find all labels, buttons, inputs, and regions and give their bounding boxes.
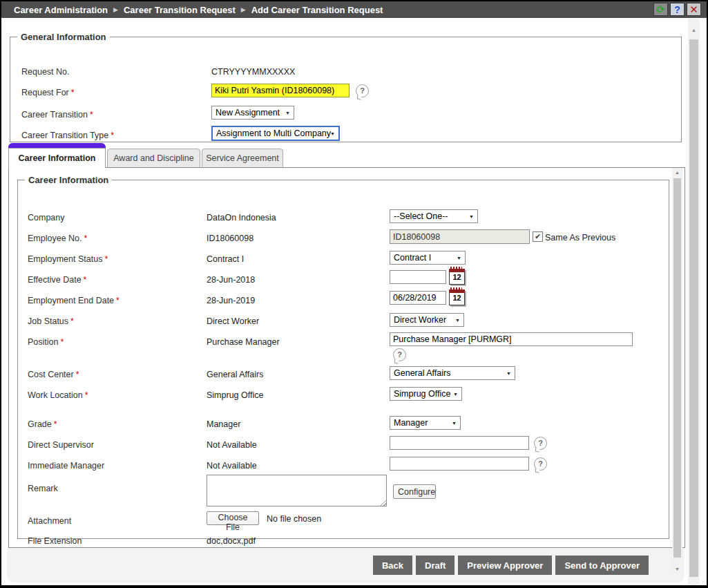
position-help-icon[interactable]: ?: [393, 348, 406, 361]
chevron-down-icon: ▼: [453, 392, 458, 397]
immediate-manager-current-value: Not Available: [207, 461, 257, 471]
direct-supervisor-current-value: Not Available: [207, 440, 257, 450]
cost-center-select[interactable]: General Affairs ▼: [390, 366, 515, 380]
immediate-manager-label: Immediate Manager: [28, 461, 106, 471]
chevron-down-icon: ▼: [452, 421, 457, 426]
direct-supervisor-label: Direct Supervisor: [28, 440, 96, 450]
career-transition-select[interactable]: New Assignment ▼: [211, 106, 294, 120]
chevron-down-icon: ▼: [285, 111, 290, 115]
position-label: Position*: [28, 337, 64, 347]
effective-date-input[interactable]: [390, 270, 446, 284]
same-as-previous-checkbox[interactable]: ✔: [533, 231, 543, 242]
file-extension-value: doc,docx,pdf: [207, 536, 256, 546]
effective-date-current-value: 28-Jun-2018: [207, 275, 255, 285]
chevron-down-icon: ▼: [457, 256, 461, 260]
employee-no-label: Employee No.*: [28, 234, 87, 243]
remark-field-wrap: [207, 475, 387, 506]
employee-no-input: [390, 229, 530, 244]
breadcrumb-separator-icon: ▶: [113, 7, 118, 13]
send-to-approver-button[interactable]: Send to Approver: [555, 556, 649, 575]
effective-date-calendar-icon[interactable]: 12: [449, 269, 465, 285]
scroll-up-icon[interactable]: ▲: [688, 26, 700, 35]
company-label: Company: [28, 213, 67, 222]
general-information-legend: General Information: [17, 32, 110, 42]
panel-scrollbar[interactable]: ▲ ▼: [672, 168, 682, 574]
file-chosen-status: No file chosen: [267, 514, 321, 524]
attachment-label: Attachment: [28, 516, 73, 526]
career-transition-type-label: Career Transition Type*: [21, 131, 114, 140]
employment-status-label: Employment Status*: [28, 254, 108, 264]
employment-end-date-calendar-icon[interactable]: 12: [449, 290, 465, 305]
employment-end-date-current-value: 28-Jun-2019: [207, 296, 255, 305]
header-bar: Career Administration ▶ Career Transitio…: [1, 1, 707, 18]
direct-supervisor-input[interactable]: [390, 436, 529, 450]
career-information-section: Career Information Company DataOn Indone…: [17, 175, 669, 539]
work-location-select[interactable]: Simprug Office ▼: [390, 387, 462, 401]
immediate-manager-help-icon[interactable]: ?: [534, 457, 547, 471]
breadcrumb: Career Administration ▶ Career Transitio…: [1, 5, 383, 15]
request-no-value: CTRYYYYMMXXXXX: [211, 67, 295, 77]
career-information-legend: Career Information: [25, 175, 112, 185]
refresh-icon[interactable]: ⟳: [653, 3, 668, 16]
tab-service-agreement[interactable]: Service Agreement: [202, 149, 283, 168]
general-information-section: General Information Request No. CTRYYYYM…: [10, 32, 682, 142]
career-transition-label: Career Transition*: [21, 110, 93, 120]
cost-center-label: Cost Center*: [28, 370, 79, 379]
grade-current-value: Manager: [207, 419, 240, 429]
company-select[interactable]: --Select One-- ▼: [390, 209, 478, 223]
scroll-up-icon[interactable]: ▲: [672, 168, 682, 178]
position-current-value: Purchase Manager: [207, 337, 280, 347]
help-icon[interactable]: ?: [670, 3, 685, 16]
breadcrumb-item-career-administration[interactable]: Career Administration: [14, 5, 108, 15]
chevron-down-icon: ▼: [506, 371, 511, 376]
work-location-current-value: Simprug Office: [207, 390, 263, 400]
employment-end-date-input[interactable]: [390, 291, 446, 305]
chevron-down-icon: ▼: [469, 214, 474, 219]
back-button[interactable]: Back: [373, 556, 412, 575]
breadcrumb-item-add-career-transition-request: Add Career Transition Request: [251, 5, 383, 15]
chevron-down-icon: ▼: [330, 131, 335, 136]
chevron-down-icon: ▼: [455, 318, 460, 323]
footer-action-bar: Back Draft Preview Approver Send to Appr…: [7, 548, 685, 582]
scroll-down-icon[interactable]: ▼: [672, 565, 682, 574]
request-for-label: Request For*: [21, 88, 75, 97]
page-scrollbar[interactable]: ▲: [688, 19, 700, 585]
grade-label: Grade*: [28, 419, 57, 429]
cost-center-current-value: General Affairs: [207, 370, 263, 379]
employment-status-select[interactable]: Contract I ▼: [390, 251, 466, 265]
job-status-select[interactable]: Direct Worker ▼: [390, 313, 464, 327]
career-transition-window: { "window": { "breadcrumb": ["Career Adm…: [0, 0, 708, 588]
request-for-help-icon[interactable]: ?: [356, 84, 369, 97]
direct-supervisor-help-icon[interactable]: ?: [534, 437, 547, 450]
employment-status-current-value: Contract I: [207, 254, 244, 264]
request-for-input[interactable]: [211, 84, 350, 97]
request-no-label: Request No.: [21, 67, 71, 77]
position-input[interactable]: [390, 332, 633, 346]
company-current-value: DataOn Indonesia: [207, 213, 276, 222]
page-scrollbar-thumb[interactable]: [689, 39, 698, 577]
job-status-current-value: Direct Worker: [207, 316, 259, 326]
choose-file-button[interactable]: Choose File: [207, 511, 259, 525]
grade-select[interactable]: Manager ▼: [390, 416, 461, 430]
effective-date-label: Effective Date*: [28, 275, 86, 285]
close-icon[interactable]: ✕: [687, 3, 701, 16]
employment-end-date-label: Employment End Date*: [28, 296, 119, 305]
career-information-panel: Career Information Company DataOn Indone…: [8, 167, 685, 548]
configure-button[interactable]: Configure: [393, 484, 436, 499]
remark-textarea[interactable]: [207, 475, 387, 506]
work-location-label: Work Location*: [28, 390, 88, 400]
immediate-manager-input[interactable]: [390, 457, 529, 471]
file-extension-label: File Extension: [28, 536, 84, 546]
draft-button[interactable]: Draft: [416, 556, 455, 575]
tab-career-information[interactable]: Career Information: [8, 148, 106, 168]
employee-no-current-value: ID18060098: [207, 234, 253, 243]
breadcrumb-separator-icon: ▶: [241, 7, 246, 13]
tab-award-and-discipline[interactable]: Award and Discipline: [107, 149, 200, 168]
career-transition-type-select[interactable]: Assignment to Multi Company ▼: [211, 126, 340, 141]
preview-approver-button[interactable]: Preview Approver: [458, 556, 552, 575]
remark-label: Remark: [28, 484, 60, 493]
same-as-previous-label: Same As Previous: [545, 233, 615, 243]
panel-scrollbar-thumb[interactable]: [673, 178, 681, 558]
breadcrumb-item-career-transition-request[interactable]: Career Transition Request: [124, 5, 236, 15]
job-status-label: Job Status*: [28, 316, 74, 326]
